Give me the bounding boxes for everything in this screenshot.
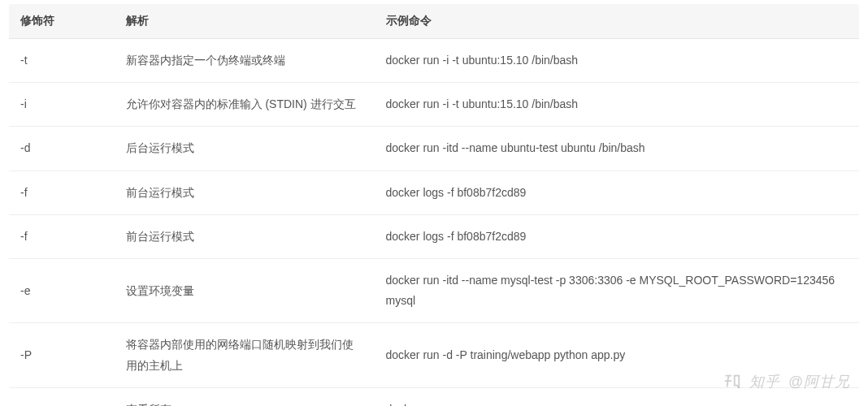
cell-description: 允许你对容器内的标准输入 (STDIN) 进行交互 [115, 83, 375, 127]
cell-modifier: -f [9, 214, 115, 258]
cell-description: 前台运行模式 [115, 214, 375, 258]
cell-example: docker run -itd --name mysql-test -p 330… [375, 258, 860, 322]
cell-description: 新容器内指定一个伪终端或终端 [115, 39, 375, 83]
cell-example: docker ps -a [375, 387, 860, 406]
cell-modifier: -d [9, 127, 115, 171]
cell-modifier: -a [9, 387, 115, 406]
cell-description: 将容器内部使用的网络端口随机映射到我们使用的主机上 [115, 323, 375, 387]
cell-description: 查看所有 [115, 387, 375, 406]
table-row: -P将容器内部使用的网络端口随机映射到我们使用的主机上docker run -d… [9, 323, 860, 387]
cell-example: docker logs -f bf08b7f2cd89 [375, 171, 860, 214]
table-row: -t新容器内指定一个伪终端或终端docker run -i -t ubuntu:… [9, 39, 860, 83]
cell-modifier: -i [9, 83, 115, 127]
col-header-modifier: 修饰符 [9, 4, 115, 39]
table-row: -e设置环境变量docker run -itd --name mysql-tes… [9, 258, 860, 322]
table-row: -d后台运行模式docker run -itd --name ubuntu-te… [9, 127, 860, 171]
table-row: -f前台运行模式docker logs -f bf08b7f2cd89 [9, 214, 860, 258]
docker-flags-table: 修饰符 解析 示例命令 -t新容器内指定一个伪终端或终端docker run -… [8, 3, 860, 406]
cell-example: docker run -itd --name ubuntu-test ubunt… [375, 127, 860, 171]
cell-description: 设置环境变量 [115, 258, 375, 322]
table-body: -t新容器内指定一个伪终端或终端docker run -i -t ubuntu:… [9, 39, 860, 407]
cell-modifier: -e [9, 258, 115, 322]
cell-modifier: -P [9, 323, 115, 387]
cell-example: docker run -i -t ubuntu:15.10 /bin/bash [375, 39, 860, 83]
cell-description: 后台运行模式 [115, 127, 375, 171]
cell-example: docker run -d -P training/webapp python … [375, 323, 860, 387]
table-header: 修饰符 解析 示例命令 [9, 4, 860, 39]
table-row: -i允许你对容器内的标准输入 (STDIN) 进行交互docker run -i… [9, 83, 860, 127]
col-header-example: 示例命令 [375, 4, 860, 39]
cell-example: docker run -i -t ubuntu:15.10 /bin/bash [375, 83, 860, 127]
cell-modifier: -f [9, 171, 115, 214]
col-header-description: 解析 [115, 4, 375, 39]
cell-description: 前台运行模式 [115, 171, 375, 214]
table-row: -a查看所有docker ps -a [9, 387, 860, 406]
table-row: -f前台运行模式docker logs -f bf08b7f2cd89 [9, 171, 860, 214]
docker-flags-table-container: 修饰符 解析 示例命令 -t新容器内指定一个伪终端或终端docker run -… [0, 0, 868, 406]
cell-modifier: -t [9, 39, 115, 83]
cell-example: docker logs -f bf08b7f2cd89 [375, 214, 860, 258]
